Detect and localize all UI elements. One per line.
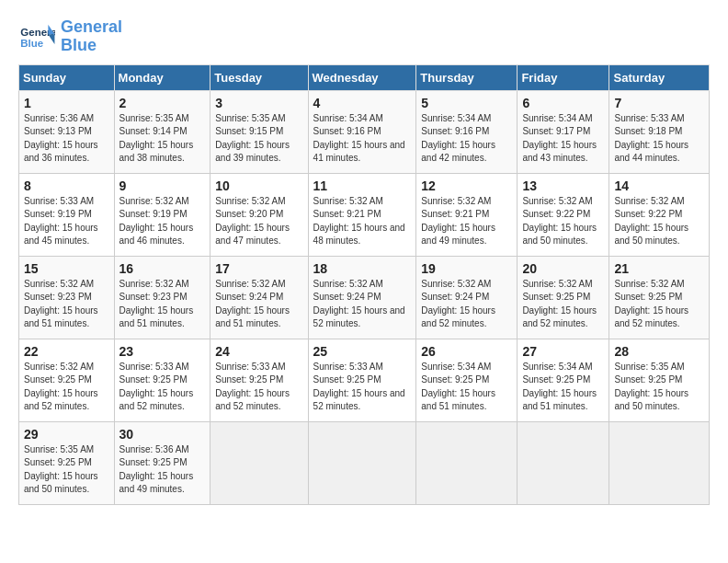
day-number: 7 [614,96,704,110]
calendar-header-row: SundayMondayTuesdayWednesdayThursdayFrid… [19,64,710,90]
day-number: 19 [421,261,512,276]
svg-text:Blue: Blue [20,38,43,49]
calendar-table: SundayMondayTuesdayWednesdayThursdayFrid… [18,64,710,505]
day-info: Sunrise: 5:35 AMSunset: 9:14 PMDaylight:… [119,112,206,166]
calendar-cell [210,421,308,504]
day-number: 16 [119,261,206,276]
day-info: Sunrise: 5:32 AMSunset: 9:22 PMDaylight:… [522,195,604,248]
day-info: Sunrise: 5:33 AMSunset: 9:25 PMDaylight:… [215,361,302,414]
day-number: 3 [215,96,302,110]
header-tuesday: Tuesday [210,64,308,90]
day-number: 23 [119,344,206,359]
calendar-cell: 6 Sunrise: 5:34 AMSunset: 9:17 PMDayligh… [518,90,609,173]
day-info: Sunrise: 5:35 AMSunset: 9:25 PMDaylight:… [24,443,109,497]
day-info: Sunrise: 5:32 AMSunset: 9:24 PMDaylight:… [215,278,302,331]
day-number: 27 [522,344,604,359]
day-info: Sunrise: 5:32 AMSunset: 9:20 PMDaylight:… [215,195,302,248]
day-info: Sunrise: 5:32 AMSunset: 9:23 PMDaylight:… [119,278,206,331]
calendar-cell [609,421,710,504]
calendar-cell: 30 Sunrise: 5:36 AMSunset: 9:25 PMDaylig… [114,421,210,504]
day-number: 30 [119,427,206,442]
calendar-cell: 15 Sunrise: 5:32 AMSunset: 9:23 PMDaylig… [19,256,115,339]
day-info: Sunrise: 5:34 AMSunset: 9:25 PMDaylight:… [421,361,512,414]
logo: General Blue GeneralBlue [18,18,122,55]
day-info: Sunrise: 5:35 AMSunset: 9:25 PMDaylight:… [614,361,704,414]
logo-text: GeneralBlue [61,18,122,55]
calendar-cell: 21 Sunrise: 5:32 AMSunset: 9:25 PMDaylig… [609,256,710,339]
day-number: 25 [313,344,412,359]
calendar-week-row: 22 Sunrise: 5:32 AMSunset: 9:25 PMDaylig… [19,339,710,421]
day-number: 2 [119,96,206,110]
day-info: Sunrise: 5:34 AMSunset: 9:16 PMDaylight:… [313,112,412,166]
day-number: 9 [119,178,206,193]
day-number: 1 [24,96,109,110]
calendar-cell: 14 Sunrise: 5:32 AMSunset: 9:22 PMDaylig… [609,173,710,256]
day-info: Sunrise: 5:33 AMSunset: 9:19 PMDaylight:… [24,195,109,248]
day-info: Sunrise: 5:32 AMSunset: 9:23 PMDaylight:… [24,278,109,331]
day-number: 29 [24,427,109,442]
day-number: 5 [421,96,512,110]
day-info: Sunrise: 5:36 AMSunset: 9:25 PMDaylight:… [119,443,206,497]
day-info: Sunrise: 5:32 AMSunset: 9:22 PMDaylight:… [614,195,704,248]
day-info: Sunrise: 5:33 AMSunset: 9:18 PMDaylight:… [614,112,704,166]
calendar-cell: 5 Sunrise: 5:34 AMSunset: 9:16 PMDayligh… [416,90,518,173]
day-number: 12 [421,178,512,193]
calendar-week-row: 29 Sunrise: 5:35 AMSunset: 9:25 PMDaylig… [19,421,710,504]
day-info: Sunrise: 5:32 AMSunset: 9:21 PMDaylight:… [313,195,412,248]
header-monday: Monday [114,64,210,90]
day-info: Sunrise: 5:32 AMSunset: 9:25 PMDaylight:… [522,278,604,331]
calendar-cell: 7 Sunrise: 5:33 AMSunset: 9:18 PMDayligh… [609,90,710,173]
calendar-week-row: 1 Sunrise: 5:36 AMSunset: 9:13 PMDayligh… [19,90,710,173]
day-info: Sunrise: 5:32 AMSunset: 9:25 PMDaylight:… [614,278,704,331]
calendar-cell: 26 Sunrise: 5:34 AMSunset: 9:25 PMDaylig… [416,339,518,421]
day-number: 28 [614,344,704,359]
day-info: Sunrise: 5:36 AMSunset: 9:13 PMDaylight:… [24,112,109,166]
calendar-cell [308,421,416,504]
day-number: 24 [215,344,302,359]
day-number: 8 [24,178,109,193]
header-saturday: Saturday [609,64,710,90]
calendar-cell: 16 Sunrise: 5:32 AMSunset: 9:23 PMDaylig… [114,256,210,339]
calendar-cell: 11 Sunrise: 5:32 AMSunset: 9:21 PMDaylig… [308,173,416,256]
header-sunday: Sunday [19,64,115,90]
day-info: Sunrise: 5:32 AMSunset: 9:24 PMDaylight:… [421,278,512,331]
header-thursday: Thursday [416,64,518,90]
calendar-cell: 12 Sunrise: 5:32 AMSunset: 9:21 PMDaylig… [416,173,518,256]
calendar-cell: 29 Sunrise: 5:35 AMSunset: 9:25 PMDaylig… [19,421,115,504]
day-info: Sunrise: 5:32 AMSunset: 9:24 PMDaylight:… [313,278,412,331]
calendar-cell: 8 Sunrise: 5:33 AMSunset: 9:19 PMDayligh… [19,173,115,256]
day-info: Sunrise: 5:34 AMSunset: 9:25 PMDaylight:… [522,361,604,414]
day-number: 14 [614,178,704,193]
calendar-cell: 23 Sunrise: 5:33 AMSunset: 9:25 PMDaylig… [114,339,210,421]
header-wednesday: Wednesday [308,64,416,90]
header-friday: Friday [518,64,609,90]
day-number: 11 [313,178,412,193]
day-number: 4 [313,96,412,110]
calendar-cell: 4 Sunrise: 5:34 AMSunset: 9:16 PMDayligh… [308,90,416,173]
calendar-cell: 1 Sunrise: 5:36 AMSunset: 9:13 PMDayligh… [19,90,115,173]
day-number: 20 [522,261,604,276]
day-info: Sunrise: 5:35 AMSunset: 9:15 PMDaylight:… [215,112,302,166]
calendar-cell [518,421,609,504]
day-number: 18 [313,261,412,276]
calendar-cell: 20 Sunrise: 5:32 AMSunset: 9:25 PMDaylig… [518,256,609,339]
day-info: Sunrise: 5:32 AMSunset: 9:21 PMDaylight:… [421,195,512,248]
calendar-cell: 27 Sunrise: 5:34 AMSunset: 9:25 PMDaylig… [518,339,609,421]
calendar-cell: 25 Sunrise: 5:33 AMSunset: 9:25 PMDaylig… [308,339,416,421]
calendar-cell: 19 Sunrise: 5:32 AMSunset: 9:24 PMDaylig… [416,256,518,339]
day-number: 10 [215,178,302,193]
calendar-cell: 13 Sunrise: 5:32 AMSunset: 9:22 PMDaylig… [518,173,609,256]
calendar-cell: 28 Sunrise: 5:35 AMSunset: 9:25 PMDaylig… [609,339,710,421]
calendar-cell: 10 Sunrise: 5:32 AMSunset: 9:20 PMDaylig… [210,173,308,256]
day-number: 15 [24,261,109,276]
day-info: Sunrise: 5:34 AMSunset: 9:17 PMDaylight:… [522,112,604,166]
calendar-cell: 22 Sunrise: 5:32 AMSunset: 9:25 PMDaylig… [19,339,115,421]
day-number: 6 [522,96,604,110]
day-number: 26 [421,344,512,359]
page-header: General Blue GeneralBlue [18,18,710,55]
calendar-cell [416,421,518,504]
day-info: Sunrise: 5:33 AMSunset: 9:25 PMDaylight:… [313,361,412,414]
day-info: Sunrise: 5:32 AMSunset: 9:19 PMDaylight:… [119,195,206,248]
day-number: 17 [215,261,302,276]
day-number: 21 [614,261,704,276]
